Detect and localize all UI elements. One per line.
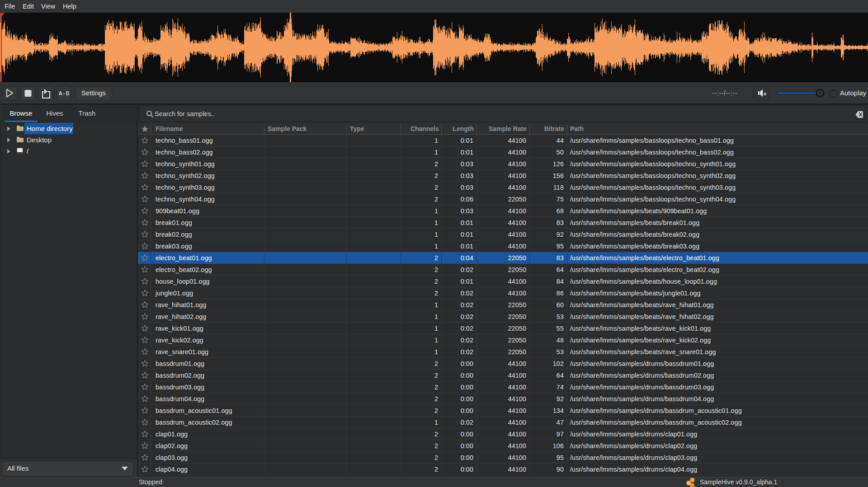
svg-text:x: x — [764, 91, 766, 96]
svg-text:A-B: A-B — [59, 90, 70, 97]
